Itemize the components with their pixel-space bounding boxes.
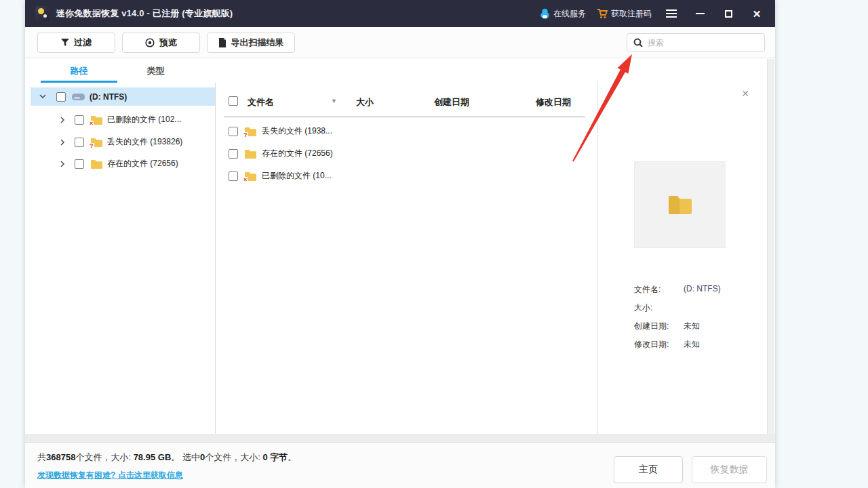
- tab-path[interactable]: 路径: [41, 59, 117, 83]
- column-modified[interactable]: 修改日期: [536, 96, 571, 108]
- tree-deleted-label: 已删除的文件 (102...: [107, 114, 181, 125]
- close-button[interactable]: ✕: [748, 5, 766, 22]
- tree-node-existing-files[interactable]: 存在的文件 (72656): [31, 155, 215, 173]
- window-title: 迷你兔数据恢复 v14.0 - 已注册 (专业旗舰版): [56, 7, 233, 20]
- tab-type[interactable]: 类型: [117, 59, 194, 83]
- minimize-icon: [696, 13, 705, 14]
- search-icon: [633, 38, 643, 47]
- lost-badge: ?: [89, 143, 94, 149]
- folder-icon: [667, 194, 693, 216]
- close-icon: ✕: [753, 9, 762, 19]
- detail-created-label: 创建日期:: [634, 321, 669, 331]
- get-license-link[interactable]: 获取注册码: [597, 8, 652, 20]
- deleted-badge: ×: [243, 177, 248, 183]
- export-results-button[interactable]: 导出扫描结果: [207, 33, 295, 53]
- preview-panel: ✕ 文件名: (D: NTFS) 大小: 创建日期: 未知 修改日期:: [598, 59, 767, 434]
- detail-created-value: 未知: [684, 321, 700, 332]
- tree-node-drive[interactable]: (D: NTFS): [31, 87, 215, 106]
- header-divider: [224, 117, 585, 117]
- export-file-icon: [218, 38, 226, 47]
- table-row[interactable]: 存在的文件 (72656): [224, 144, 597, 163]
- menu-button[interactable]: [663, 5, 680, 22]
- folder-lost-icon: ?: [245, 127, 256, 136]
- table-row[interactable]: × 已删除的文件 (10...: [224, 167, 597, 185]
- tree-deleted-checkbox[interactable]: [75, 115, 84, 125]
- row-checkbox[interactable]: [229, 127, 238, 136]
- search-input[interactable]: [648, 38, 758, 47]
- get-license-label: 获取注册码: [611, 8, 652, 20]
- tree-existing-label: 存在的文件 (72656): [107, 158, 178, 169]
- hamburger-icon: [666, 9, 677, 18]
- detail-name-label: 文件名:: [634, 285, 660, 294]
- detail-modified-value: 未知: [684, 339, 700, 350]
- sort-arrow-icon[interactable]: ▼: [331, 98, 337, 104]
- folder-lost-icon: ?: [91, 138, 102, 147]
- app-logo-icon: [35, 6, 50, 21]
- chevron-down-icon[interactable]: [39, 94, 47, 99]
- column-size[interactable]: 大小: [356, 96, 374, 108]
- maximize-button[interactable]: [719, 5, 737, 22]
- qq-penguin-icon: [540, 8, 550, 19]
- preview-close-icon[interactable]: ✕: [741, 89, 749, 98]
- chevron-right-icon[interactable]: [58, 161, 66, 167]
- folder-deleted-icon: ×: [91, 115, 102, 125]
- tree-node-deleted-files[interactable]: × 已删除的文件 (102...: [31, 110, 215, 129]
- detail-size-label: 大小:: [634, 303, 652, 312]
- toolbar: 过滤 预览 导出扫描结果: [25, 27, 775, 58]
- content-bottom-strip: [25, 434, 775, 442]
- folder-tree: (D: NTFS) × 已删除的文件 (102...: [31, 83, 215, 434]
- bottom-bar: 共368758个文件，大小: 78.95 GB。 选中0个文件，大小: 0 字节…: [25, 442, 775, 488]
- online-service-label: 在线服务: [553, 8, 586, 20]
- column-name[interactable]: 文件名: [248, 96, 274, 108]
- recover-data-button[interactable]: 恢复数据: [692, 456, 767, 483]
- row-checkbox[interactable]: [229, 149, 238, 159]
- online-service-link[interactable]: 在线服务: [540, 8, 586, 20]
- minimize-button[interactable]: [691, 5, 709, 22]
- cart-icon: [597, 9, 608, 19]
- filter-label: 过滤: [74, 37, 92, 49]
- chevron-right-icon[interactable]: [58, 117, 66, 123]
- preview-button[interactable]: 预览: [122, 33, 200, 53]
- detail-modified-label: 修改日期:: [634, 340, 669, 349]
- tree-drive-checkbox[interactable]: [56, 92, 66, 102]
- preview-thumbnail: [634, 161, 726, 248]
- row-label: 丢失的文件 (1938...: [262, 125, 332, 137]
- folder-icon: [245, 149, 256, 159]
- tab-type-label: 类型: [147, 65, 165, 77]
- preview-eye-icon: [145, 38, 155, 47]
- tree-node-lost-files[interactable]: ? 丢失的文件 (193826): [31, 133, 215, 151]
- row-checkbox[interactable]: [229, 171, 238, 181]
- tree-drive-label: (D: NTFS): [90, 92, 127, 102]
- tab-path-label: 路径: [71, 65, 88, 77]
- column-created[interactable]: 创建日期: [434, 96, 469, 108]
- list-header: 文件名 ▼ 大小 创建日期 修改日期: [224, 94, 597, 111]
- preview-label: 预览: [159, 37, 177, 49]
- export-results-label: 导出扫描结果: [231, 37, 284, 49]
- row-label: 存在的文件 (72656): [262, 148, 333, 159]
- filter-button[interactable]: 过滤: [37, 33, 115, 53]
- select-all-checkbox[interactable]: [229, 96, 238, 106]
- detail-name-value: (D: NTFS): [684, 284, 721, 293]
- chevron-right-icon[interactable]: [58, 139, 66, 146]
- filter-funnel-icon: [61, 39, 69, 47]
- folder-deleted-icon: ×: [245, 171, 256, 181]
- table-row[interactable]: ? 丢失的文件 (1938...: [224, 122, 597, 140]
- row-label: 已删除的文件 (10...: [262, 170, 332, 182]
- app-window: 迷你兔数据恢复 v14.0 - 已注册 (专业旗舰版) 在线服务 获取注册码: [25, 0, 775, 488]
- tree-list-divider: [215, 83, 216, 434]
- help-link[interactable]: 发现数据恢复有困难? 点击这里获取信息: [37, 470, 183, 481]
- drive-icon: [72, 93, 85, 101]
- file-list: 文件名 ▼ 大小 创建日期 修改日期 ? 丢失的文件 (1938...: [224, 83, 597, 434]
- titlebar: 迷你兔数据恢复 v14.0 - 已注册 (专业旗舰版) 在线服务 获取注册码: [25, 0, 775, 27]
- maximize-icon: [725, 10, 732, 18]
- status-text: 共368758个文件，大小: 78.95 GB。 选中0个文件，大小: 0 字节…: [37, 451, 296, 464]
- tree-existing-checkbox[interactable]: [75, 159, 84, 169]
- search-box[interactable]: [627, 33, 765, 52]
- vertical-scrollbar[interactable]: [767, 59, 774, 442]
- home-button[interactable]: 主页: [614, 456, 683, 483]
- tree-lost-checkbox[interactable]: [75, 138, 84, 147]
- deleted-badge: ×: [89, 121, 94, 127]
- folder-icon: [91, 159, 102, 169]
- lost-badge: ?: [243, 132, 248, 138]
- tree-lost-label: 丢失的文件 (193826): [107, 136, 182, 148]
